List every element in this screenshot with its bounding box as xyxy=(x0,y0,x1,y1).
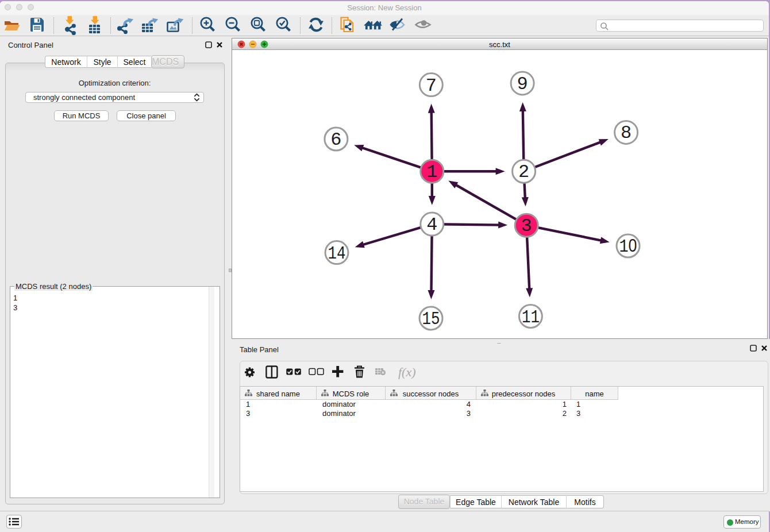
svg-text:14: 14 xyxy=(328,243,346,264)
svg-text:6: 6 xyxy=(330,129,341,151)
svg-text:10: 10 xyxy=(619,235,637,257)
svg-text:11: 11 xyxy=(522,307,540,328)
svg-text:1: 1 xyxy=(426,161,437,183)
svg-text:4: 4 xyxy=(426,214,437,236)
svg-text:7: 7 xyxy=(426,75,437,97)
svg-text:8: 8 xyxy=(621,122,632,144)
svg-text:9: 9 xyxy=(517,74,528,95)
svg-text:15: 15 xyxy=(422,309,440,330)
svg-text:2: 2 xyxy=(518,161,529,183)
svg-text:f(x): f(x) xyxy=(398,365,416,379)
svg-text:3: 3 xyxy=(521,215,532,237)
